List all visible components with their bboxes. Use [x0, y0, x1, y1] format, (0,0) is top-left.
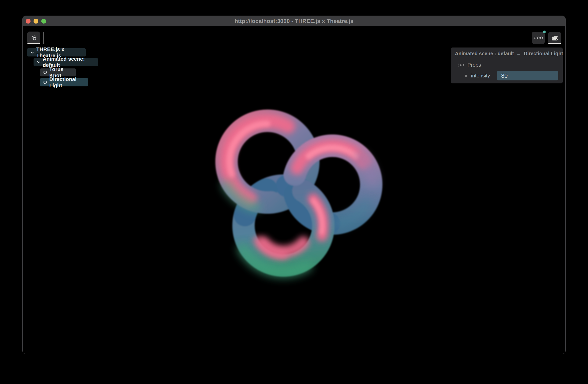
active-indicator	[27, 43, 40, 44]
toolbar-divider	[43, 32, 44, 44]
titlebar: http://localhost:3000 - THREE.js x Theat…	[23, 16, 565, 26]
panels-toggle-button[interactable]	[548, 32, 561, 44]
cube-icon	[43, 70, 47, 75]
ellipsis-icon	[533, 36, 543, 40]
active-indicator	[548, 43, 561, 44]
minimize-button[interactable]	[34, 19, 38, 23]
tree-item-directional-light[interactable]: Directional Light	[40, 78, 88, 86]
window-title: http://localhost:3000 - THREE.js x Theat…	[234, 18, 354, 24]
props-diamond-icon	[457, 63, 465, 67]
traffic-lights	[26, 16, 46, 26]
tree-item-sheet[interactable]: Animated scene: default	[34, 58, 98, 66]
desktop: http://localhost:3000 - THREE.js x Theat…	[0, 0, 588, 384]
tree-item-torus-knot[interactable]: Torus Knot	[40, 68, 76, 76]
breadcrumb-object[interactable]: Directional Light	[524, 51, 563, 57]
viewport-3d[interactable]: THREE.js x Theatre.js Animated scene: de…	[23, 26, 565, 354]
breadcrumb-sheet[interactable]: Animated scene : default	[455, 51, 514, 57]
breadcrumb: Animated scene : default → Directional L…	[455, 51, 559, 57]
prop-row-intensity: intensity	[465, 71, 558, 81]
prop-bullet-icon	[465, 75, 467, 77]
more-options-button[interactable]	[532, 32, 545, 44]
detail-panel: Animated scene : default → Directional L…	[451, 47, 563, 84]
status-dot	[543, 31, 546, 33]
chevron-down-icon	[30, 50, 35, 55]
outline-toggle-button[interactable]	[27, 32, 40, 44]
zoom-button[interactable]	[41, 19, 46, 23]
toggles-icon	[551, 35, 558, 41]
tree-item-label: Directional Light	[49, 76, 88, 89]
browser-window: http://localhost:3000 - THREE.js x Theat…	[22, 16, 566, 354]
prop-label: intensity	[471, 73, 494, 79]
close-button[interactable]	[26, 19, 31, 23]
outline-tree-icon	[30, 35, 37, 41]
props-section-header[interactable]: Props	[457, 62, 481, 68]
intensity-input[interactable]	[497, 71, 558, 81]
tree-item-project[interactable]: THREE.js x Theatre.js	[27, 48, 86, 57]
cube-icon	[43, 80, 47, 85]
props-section-label: Props	[467, 62, 481, 68]
chevron-down-icon	[36, 60, 41, 64]
arrow-right-icon: →	[516, 51, 521, 57]
